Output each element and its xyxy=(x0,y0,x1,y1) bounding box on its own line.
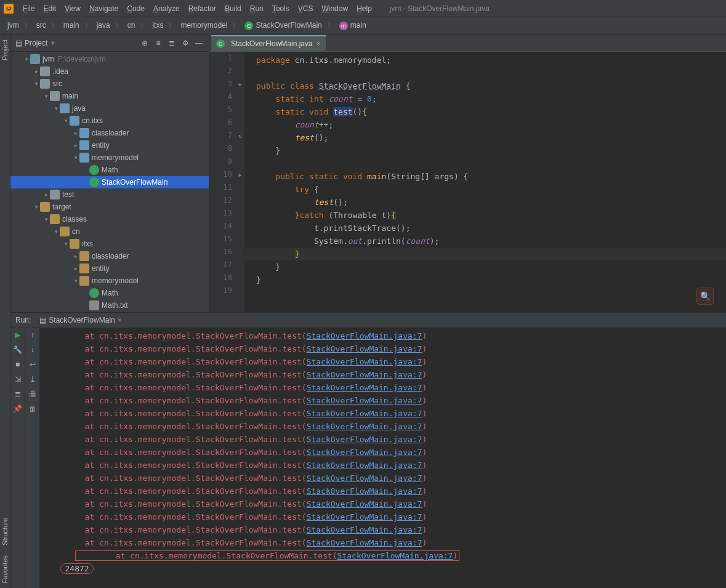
menu-view[interactable]: View xyxy=(60,2,85,15)
stack-trace-line[interactable]: at cn.itxs.memorymodel.StackOverFlowMain… xyxy=(40,368,726,381)
breadcrumb-method[interactable]: mmain xyxy=(336,20,370,31)
sidetab-project[interactable]: Project xyxy=(0,34,10,65)
stop-icon[interactable]: ■ xyxy=(15,360,20,369)
run-toolbar-left: ▶ 🔧 ■ ⇲ ≣ 📌 xyxy=(10,328,25,588)
tree-item[interactable]: ▾main xyxy=(10,90,209,102)
soft-wrap-icon[interactable]: ↩ xyxy=(30,360,36,369)
code-area[interactable]: package cn.itxs.memorymodel;public class… xyxy=(245,52,726,312)
tree-item[interactable]: ▸test xyxy=(10,188,209,201)
editor-gutter[interactable]: 12345678910111213141516171819 xyxy=(209,52,245,312)
breadcrumb-item[interactable]: src xyxy=(33,20,50,31)
project-view-icon: ▤ xyxy=(15,39,22,47)
project-tree[interactable]: ▾jvmF:\develop\jvm▸.idea▾src▾main▾java▾c… xyxy=(10,52,209,312)
stack-trace-line[interactable]: at cn.itxs.memorymodel.StackOverFlowMain… xyxy=(40,485,726,497)
project-title[interactable]: Project xyxy=(25,39,47,47)
collapse-all-icon[interactable]: ≣ xyxy=(167,39,177,47)
stack-trace-line[interactable]: at cn.itxs.memorymodel.StackOverFlowMain… xyxy=(40,342,726,355)
tree-item[interactable]: ▾itxs xyxy=(10,238,209,250)
app-icon: IJ xyxy=(4,4,14,14)
sidetab-structure[interactable]: Structure xyxy=(0,513,10,550)
tree-item[interactable]: ▾jvmF:\develop\jvm xyxy=(10,53,209,65)
stack-trace-line[interactable]: at cn.itxs.memorymodel.StackOverFlowMain… xyxy=(40,510,726,523)
restore-layout-icon[interactable]: ≣ xyxy=(15,390,21,398)
tree-item[interactable]: Math xyxy=(10,164,209,176)
search-icon[interactable]: 🔍 xyxy=(696,288,714,305)
settings-icon[interactable]: ⚙ xyxy=(180,39,190,47)
tree-item[interactable]: ▾cn xyxy=(10,225,209,238)
tree-item[interactable]: Math xyxy=(10,287,209,299)
console-output[interactable]: at cn.itxs.memorymodel.StackOverFlowMain… xyxy=(40,328,726,588)
stack-trace-line[interactable]: at cn.itxs.memorymodel.StackOverFlowMain… xyxy=(40,446,726,459)
locate-icon[interactable]: ⊕ xyxy=(140,39,150,47)
breadcrumb-item[interactable]: jvm xyxy=(4,20,23,31)
menu-vcs[interactable]: VCS xyxy=(294,2,318,15)
breadcrumb-item[interactable]: memorymodel xyxy=(177,20,231,31)
print-icon[interactable]: 🖶 xyxy=(29,390,36,398)
down-stack-icon[interactable]: ↓ xyxy=(31,345,34,354)
stack-trace-line[interactable]: at cn.itxs.memorymodel.StackOverFlowMain… xyxy=(40,536,726,549)
run-config-tab[interactable]: ▤ StackOverFlowMain × xyxy=(36,315,125,326)
wrench-icon[interactable]: 🔧 xyxy=(13,345,22,354)
expand-all-icon[interactable]: ≡ xyxy=(153,39,163,47)
dropdown-icon[interactable]: ▼ xyxy=(50,40,55,46)
project-tool-window: ▤ Project ▼ ⊕ ≡ ≣ ⚙ — ▾jvmF:\develop\jvm… xyxy=(10,34,209,312)
stack-trace-line[interactable]: at cn.itxs.memorymodel.StackOverFlowMain… xyxy=(40,433,726,446)
tree-item[interactable]: StackOverFlowMain xyxy=(10,176,209,188)
stack-trace-line[interactable]: at cn.itxs.memorymodel.StackOverFlowMain… xyxy=(40,472,726,485)
tree-item[interactable]: Math.txt xyxy=(10,299,209,312)
stack-trace-line[interactable]: at cn.itxs.memorymodel.StackOverFlowMain… xyxy=(40,355,726,368)
breadcrumb-item[interactable]: itxs xyxy=(148,20,167,31)
stack-trace-line[interactable]: at cn.itxs.memorymodel.StackOverFlowMain… xyxy=(40,381,726,394)
breadcrumb-item[interactable]: java xyxy=(93,20,114,31)
tree-item[interactable]: ▾memorymodel xyxy=(10,151,209,164)
run-header: Run: ▤ StackOverFlowMain × xyxy=(10,313,726,328)
pin-icon[interactable]: 📌 xyxy=(13,405,22,413)
close-run-tab-icon[interactable]: × xyxy=(118,316,122,324)
menu-file[interactable]: File xyxy=(18,2,39,15)
menu-build[interactable]: Build xyxy=(220,2,246,15)
window-title: jvm - StackOverFlowMain.java xyxy=(390,4,490,13)
close-tab-icon[interactable]: × xyxy=(317,39,321,48)
menu-analyze[interactable]: Analyze xyxy=(149,2,184,15)
breadcrumb-item[interactable]: main xyxy=(60,20,83,31)
menu-run[interactable]: Run xyxy=(246,2,268,15)
tree-item[interactable]: ▾memorymodel xyxy=(10,275,209,287)
layout-icon[interactable]: ⇲ xyxy=(15,375,21,384)
breadcrumb-item[interactable]: cn xyxy=(124,20,139,31)
menu-code[interactable]: Code xyxy=(123,2,149,15)
editor-tab[interactable]: C StackOverFlowMain.java × xyxy=(211,35,326,51)
tree-item[interactable]: ▸.idea xyxy=(10,65,209,78)
menu-navigate[interactable]: Navigate xyxy=(85,2,123,15)
clear-icon[interactable]: 🗑 xyxy=(29,405,36,413)
stack-trace-line[interactable]: at cn.itxs.memorymodel.StackOverFlowMain… xyxy=(40,394,726,407)
menu-edit[interactable]: Edit xyxy=(39,2,60,15)
menu-tools[interactable]: Tools xyxy=(268,2,294,15)
tree-item[interactable]: ▾java xyxy=(10,102,209,115)
stack-trace-line[interactable]: at cn.itxs.memorymodel.StackOverFlowMain… xyxy=(40,407,726,420)
rerun-icon[interactable]: ▶ xyxy=(15,331,20,339)
stack-trace-line[interactable]: at cn.itxs.memorymodel.StackOverFlowMain… xyxy=(40,523,726,536)
editor-body[interactable]: 12345678910111213141516171819 package cn… xyxy=(209,52,726,312)
stack-trace-line[interactable]: at cn.itxs.memorymodel.StackOverFlowMain… xyxy=(40,497,726,510)
tree-item[interactable]: ▾cn.itxs xyxy=(10,115,209,127)
tree-item[interactable]: ▸classloader xyxy=(10,250,209,262)
stack-trace-line[interactable]: at cn.itxs.memorymodel.StackOverFlowMain… xyxy=(40,459,726,472)
up-stack-icon[interactable]: ↑ xyxy=(31,331,34,339)
menu-refactor[interactable]: Refactor xyxy=(184,2,220,15)
tree-item[interactable]: ▾src xyxy=(10,78,209,90)
run-label: Run: xyxy=(15,316,31,324)
menu-help[interactable]: Help xyxy=(352,2,376,15)
tree-item[interactable]: ▸entity xyxy=(10,262,209,275)
tree-item[interactable]: ▾target xyxy=(10,201,209,213)
stack-trace-line[interactable]: at cn.itxs.memorymodel.StackOverFlowMain… xyxy=(40,420,726,433)
stack-trace-line[interactable]: at cn.itxs.memorymodel.StackOverFlowMain… xyxy=(40,549,726,562)
sidetab-favorites[interactable]: Favorites xyxy=(0,550,10,588)
stack-trace-line[interactable]: at cn.itxs.memorymodel.StackOverFlowMain… xyxy=(40,329,726,342)
breadcrumb-class[interactable]: CStackOverFlowMain xyxy=(241,20,325,31)
menu-window[interactable]: Window xyxy=(317,2,352,15)
hide-icon[interactable]: — xyxy=(194,39,204,47)
tree-item[interactable]: ▾classes xyxy=(10,213,209,225)
tree-item[interactable]: ▸classloader xyxy=(10,127,209,139)
scroll-end-icon[interactable]: ⤓ xyxy=(30,375,36,384)
tree-item[interactable]: ▸entity xyxy=(10,139,209,151)
